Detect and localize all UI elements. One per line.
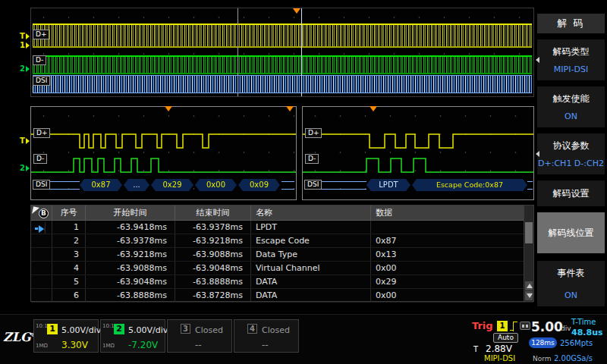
memory-time-badge: 128ms xyxy=(529,337,557,348)
dplus-label: D+ xyxy=(33,128,50,138)
timebase-value[interactable]: 5.00 xyxy=(531,319,563,334)
trigger-source-badge[interactable]: 1 xyxy=(497,321,508,331)
channel2-badge: 2 xyxy=(114,324,124,334)
indicator-icon xyxy=(520,322,530,330)
cell-marker xyxy=(31,234,52,247)
zoom-region-left-line[interactable] xyxy=(237,8,238,96)
waveform-overview: D+ D- DSI xyxy=(30,8,534,97)
scroll-down-button[interactable] xyxy=(525,291,533,300)
menu-item-label: 协议参数 xyxy=(537,140,605,152)
menu-item-decode-type[interactable]: 解码类型 MIPI-DSI xyxy=(537,39,605,80)
table-row[interactable]: 1 -63.9418ms -63.9378ms LPDT xyxy=(31,221,533,234)
header-name: 名称 xyxy=(251,206,371,220)
cell-start: -63.8888ms xyxy=(86,289,175,302)
table-scrollbar[interactable] xyxy=(524,206,533,301)
cell-no: 2 xyxy=(52,234,86,247)
menu-item-label: 解码设置 xyxy=(537,180,605,206)
menu-item-label: 解码类型 xyxy=(537,46,605,58)
cell-end: -63.9218ms xyxy=(175,234,251,247)
cell-data: 0x00 xyxy=(371,289,524,302)
table-row[interactable]: 6 -63.8888ms -63.8728ms DATA 0x00 xyxy=(31,289,533,303)
cell-marker xyxy=(31,289,52,302)
trigger-status-label[interactable]: Trig xyxy=(472,320,493,331)
menu-item-protocol-params[interactable]: 协议参数 D+:CH1 D-:CH2 xyxy=(537,133,605,174)
dminus-label: D- xyxy=(33,154,47,164)
menu-item-label: 触发使能 xyxy=(537,93,605,105)
dminus-label: D- xyxy=(305,154,319,164)
channel1-status-box[interactable]: 10:1 1MΩ 1 5.00V/div 3.30V xyxy=(33,319,99,353)
cell-name: DATA xyxy=(251,275,371,288)
menu-item-trigger-enable[interactable]: 触发使能 ON xyxy=(537,86,605,127)
channel2-status-box[interactable]: 10:1 1MΩ 2 5.00V/div -7.20V xyxy=(100,319,165,353)
cell-start: -63.9218ms xyxy=(86,248,175,261)
dsi-bus-segment xyxy=(527,181,533,190)
cell-name: Data Type xyxy=(251,248,371,261)
arrow-up-icon xyxy=(527,284,533,288)
zoom-trigger-marker-icon[interactable] xyxy=(370,106,377,111)
dsi-decode-overview-bus xyxy=(33,75,532,93)
marker-arrow-icon xyxy=(26,165,30,171)
table-row[interactable]: 5 -63.9048ms -63.8888ms DATA 0x29 xyxy=(31,275,533,289)
decode-bubble: 0x09 xyxy=(238,179,280,191)
channel3-status-box[interactable]: 3 Closed -- xyxy=(167,319,232,353)
ch1-ground-marker[interactable]: 1 xyxy=(20,41,30,49)
status-decode-protocol: MIPI-DSI xyxy=(484,354,515,362)
cell-no: 1 xyxy=(52,221,86,234)
scrollbar-thumb[interactable] xyxy=(525,222,533,243)
table-row[interactable]: 2 -63.9378ms -63.9218ms Escape Code 0x87 xyxy=(31,234,533,248)
menu-item-decode-settings[interactable]: 解码设置 xyxy=(537,180,605,206)
table-row[interactable]: 4 -63.9088ms -63.9048ms Virtual Channel … xyxy=(31,262,533,275)
menu-item-value: ON xyxy=(537,290,605,300)
cell-name: DATA xyxy=(251,289,371,302)
cell-marker xyxy=(31,248,52,261)
menu-item-value: MIPI-DSI xyxy=(537,64,605,74)
header-no: 序号 xyxy=(52,206,86,220)
menu-title: 解 码 xyxy=(537,14,605,33)
trigger-level-marker[interactable]: T xyxy=(20,32,30,40)
cell-data xyxy=(371,221,524,234)
marker-arrow-icon xyxy=(26,138,30,144)
cell-no: 4 xyxy=(52,262,86,275)
t-time-label: T-Time xyxy=(571,318,596,326)
zoom-edge-marker-icon[interactable] xyxy=(286,106,294,111)
cell-data: 0x13 xyxy=(371,248,524,261)
knob-b-icon: B xyxy=(39,209,49,218)
bottom-status-bar: ZLG® 10:1 1MΩ 1 5.00V/div 3.30V 10:1 1MΩ… xyxy=(0,314,607,364)
scroll-up-button[interactable] xyxy=(525,281,533,290)
zoom-window-right[interactable]: LPDT Escape Code:0x87 D+ D- DSI xyxy=(302,106,534,200)
ch2-ground-marker[interactable]: 2 xyxy=(20,64,30,73)
trigger-position-marker-icon[interactable] xyxy=(293,8,300,14)
channel4-status-box[interactable]: 4 Closed -- xyxy=(234,319,299,353)
cell-end: -63.8888ms xyxy=(175,275,251,288)
channel4-badge: 4 xyxy=(247,324,257,334)
cell-end: -63.9048ms xyxy=(175,262,251,275)
knob-b-cursor: B xyxy=(33,207,52,220)
zoom-ch2-ground-marker[interactable]: 2 xyxy=(20,164,30,172)
menu-item-decode-line-position[interactable]: 解码线位置 xyxy=(537,212,605,253)
cell-end: -63.9378ms xyxy=(175,221,251,234)
arrow-down-icon xyxy=(527,293,533,298)
dplus-label: D+ xyxy=(33,30,49,39)
zoom-window-left[interactable]: 0x87 ... 0x29 0x00 0x09 D+ D- DSI xyxy=(30,106,297,200)
zoom-trigger-level-marker[interactable]: T xyxy=(20,136,30,145)
table-row[interactable]: 3 -63.9218ms -63.9088ms Data Type 0x13 xyxy=(31,248,533,262)
rising-edge-icon xyxy=(510,322,517,331)
cell-no: 5 xyxy=(52,275,86,288)
impedance: 1MΩ xyxy=(36,343,48,349)
dsi-bus-segment xyxy=(281,181,294,190)
dplus-label: D+ xyxy=(305,128,322,138)
event-table: B 序号 开始时间 结束时间 名称 数据 1 -63.9418ms -63.93… xyxy=(30,205,534,302)
cell-marker xyxy=(31,275,52,288)
cell-data: 0x00 xyxy=(371,262,524,275)
zoom-trigger-marker-icon[interactable] xyxy=(165,106,172,111)
menu-item-label: 解码线位置 xyxy=(537,212,605,253)
ch2-marker-label: 2 xyxy=(20,64,25,73)
dminus-zoom-waveform xyxy=(31,158,296,172)
cell-name: LPDT xyxy=(251,221,371,234)
brand-logo: ZLG® xyxy=(3,330,36,344)
menu-item-event-table[interactable]: 事件表 ON xyxy=(537,261,605,306)
oscilloscope-screen: D+ D- DSI T 1 2 T 2 0x87 ... 0x29 0x00 0… xyxy=(0,0,607,364)
zoom-region-right-line[interactable] xyxy=(301,8,302,96)
menu-item-label: 事件表 xyxy=(537,267,605,280)
trigger-mode-badge[interactable]: Auto xyxy=(493,333,518,343)
